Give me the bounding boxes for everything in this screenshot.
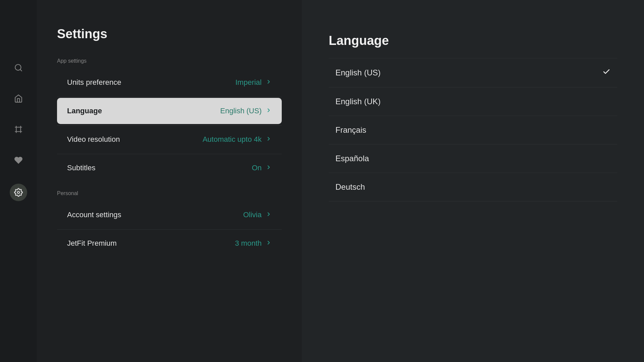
video-resolution-chevron	[266, 136, 272, 143]
language-item[interactable]: Language English (US)	[57, 98, 282, 124]
video-resolution-item[interactable]: Video resolution Automatic upto 4k	[57, 126, 282, 153]
search-icon[interactable]	[11, 60, 26, 75]
language-option-espanola-label: Española	[335, 154, 369, 163]
language-option-english-us-label: English (US)	[335, 68, 381, 77]
jetfit-premium-right: 3 month	[235, 239, 272, 248]
svg-point-6	[17, 191, 20, 194]
language-value: English (US)	[220, 107, 262, 115]
language-option-deutsch-label: Deutsch	[335, 182, 365, 192]
language-options-list: English (US) English (UK) Français Españ…	[329, 58, 617, 201]
video-resolution-right: Automatic upto 4k	[203, 135, 272, 144]
account-settings-chevron	[266, 211, 272, 219]
video-resolution-label: Video resolution	[67, 135, 120, 144]
language-option-francais-label: Français	[335, 125, 366, 135]
workout-icon[interactable]	[11, 122, 26, 137]
divider-1	[57, 97, 282, 97]
page-title: Settings	[57, 27, 282, 41]
app-settings-label: App settings	[57, 58, 282, 64]
favorites-icon[interactable]	[11, 153, 26, 168]
divider-3	[57, 154, 282, 154]
home-icon[interactable]	[11, 91, 26, 106]
language-option-english-uk-label: English (UK)	[335, 97, 381, 106]
subtitles-item[interactable]: Subtitles On	[57, 155, 282, 181]
language-option-francais[interactable]: Français	[329, 116, 617, 144]
svg-line-1	[20, 69, 22, 71]
subtitles-right: On	[252, 164, 272, 172]
language-chevron	[266, 107, 272, 115]
subtitles-value: On	[252, 164, 262, 172]
jetfit-premium-value: 3 month	[235, 239, 262, 248]
sidebar	[0, 0, 37, 362]
personal-section: Personal Account settings Olivia JetFit …	[57, 190, 282, 256]
language-option-english-us[interactable]: English (US)	[329, 58, 617, 87]
language-option-english-uk[interactable]: English (UK)	[329, 87, 617, 116]
settings-icon[interactable]	[10, 184, 27, 201]
language-right: English (US)	[220, 107, 272, 115]
language-label: Language	[67, 107, 102, 115]
units-preference-value: Imperial	[235, 78, 262, 87]
settings-panel: Settings App settings Units preference I…	[37, 0, 302, 362]
subtitles-label: Subtitles	[67, 164, 95, 172]
language-option-espanola[interactable]: Española	[329, 144, 617, 173]
units-preference-label: Units preference	[67, 78, 121, 87]
account-settings-item[interactable]: Account settings Olivia	[57, 202, 282, 228]
divider-4	[57, 229, 282, 230]
divider-2	[57, 125, 282, 126]
units-preference-item[interactable]: Units preference Imperial	[57, 69, 282, 96]
account-settings-right: Olivia	[243, 210, 272, 219]
account-settings-label: Account settings	[67, 210, 121, 219]
language-panel-title: Language	[329, 34, 617, 48]
units-preference-chevron	[266, 79, 272, 86]
account-settings-value: Olivia	[243, 210, 262, 219]
personal-label: Personal	[57, 190, 282, 196]
language-option-deutsch[interactable]: Deutsch	[329, 173, 617, 201]
subtitles-chevron	[266, 164, 272, 172]
checkmark-icon	[602, 68, 610, 78]
video-resolution-value: Automatic upto 4k	[203, 135, 262, 144]
jetfit-premium-label: JetFit Premium	[67, 239, 117, 248]
units-preference-right: Imperial	[235, 78, 272, 87]
jetfit-premium-item[interactable]: JetFit Premium 3 month	[57, 230, 282, 256]
jetfit-premium-chevron	[266, 240, 272, 247]
language-panel: Language English (US) English (UK) Franç…	[302, 0, 644, 362]
